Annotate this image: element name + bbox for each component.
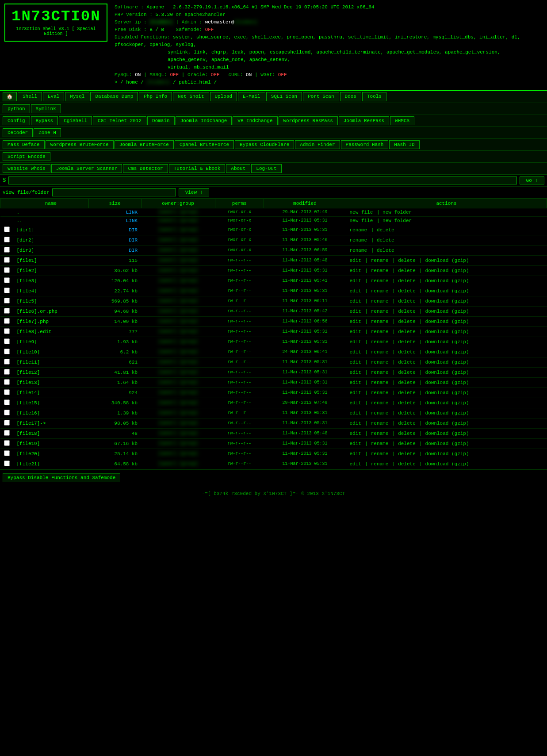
script-encode-btn[interactable]: Script Encode [3,152,50,161]
file-name[interactable]: [dir3] [13,245,89,255]
action-link-edit[interactable]: edit [349,268,361,273]
bypass-btn[interactable]: Bypass [31,116,58,125]
row-checkbox[interactable] [4,338,10,344]
action-link-download-(gzip)[interactable]: download (gzip) [425,390,469,395]
symlink-btn[interactable]: Symlink [31,104,61,113]
action-link-download-(gzip)[interactable]: download (gzip) [425,319,469,324]
logout-btn[interactable]: Log-Out [251,164,281,173]
joomla-respass-btn[interactable]: Joomla ResPass [339,116,389,125]
file-name[interactable]: [file3] [13,276,89,286]
action-link-download-(gzip)[interactable]: download (gzip) [425,268,469,273]
file-name[interactable]: [file6].or.php [13,306,89,316]
file-name[interactable]: . [13,208,89,216]
file-name[interactable]: [file10] [13,347,89,357]
action-link-new-folder[interactable]: new folder [383,218,412,223]
action-link-download-(gzip)[interactable]: download (gzip) [425,411,469,416]
view-button[interactable]: View ! [179,188,210,196]
file-name[interactable]: [file21] [13,459,89,469]
action-link-delete[interactable]: delete [398,461,416,467]
action-link-edit[interactable]: edit [349,380,361,385]
cpanel-brute-btn[interactable]: Cpanel BruteForce [175,140,234,149]
go-button[interactable]: Go ! [520,177,544,184]
action-link-edit[interactable]: edit [349,339,361,345]
bypass-cf-btn[interactable]: Bypass CloudFlare [235,140,294,149]
row-checkbox[interactable] [4,288,10,293]
action-link-delete[interactable]: delete [398,258,416,263]
action-link-edit[interactable]: edit [349,349,361,355]
row-checkbox[interactable] [4,369,10,375]
cmd-input[interactable] [8,177,516,184]
password-hash-btn[interactable]: Password Hash [341,140,389,149]
upload-btn[interactable]: Upload [210,92,237,101]
file-name[interactable]: [file2] [13,265,89,276]
action-link-rename[interactable]: rename [371,268,389,273]
action-link-delete[interactable]: delete [377,248,394,253]
action-link-edit[interactable]: edit [349,258,361,263]
action-link-download-(gzip)[interactable]: download (gzip) [425,370,469,375]
row-checkbox[interactable] [4,318,10,324]
action-link-new-file[interactable]: new file [349,210,373,215]
action-link-edit[interactable]: edit [349,411,361,416]
action-link-edit[interactable]: edit [349,309,361,314]
action-link-rename[interactable]: rename [349,227,367,233]
action-link-edit[interactable]: edit [349,288,361,294]
row-checkbox[interactable] [4,328,10,334]
action-link-rename[interactable]: rename [371,329,389,334]
action-link-delete[interactable]: delete [398,370,416,375]
action-link-edit[interactable]: edit [349,278,361,284]
bypass-safemode-btn[interactable]: Bypass Disable Functions and Safemode [3,473,120,482]
tools-btn[interactable]: Tools [362,92,386,101]
action-link-new-folder[interactable]: new folder [383,210,412,215]
file-name[interactable]: [file19] [13,438,89,449]
file-name[interactable]: [dir1] [13,225,89,235]
action-link-rename[interactable]: rename [371,299,389,304]
row-checkbox[interactable] [4,298,10,303]
row-checkbox[interactable] [4,430,10,436]
row-checkbox[interactable] [4,277,10,283]
action-link-rename[interactable]: rename [371,319,389,324]
action-link-delete[interactable]: delete [398,411,416,416]
action-link-edit[interactable]: edit [349,319,361,324]
view-input[interactable] [52,188,176,196]
action-link-delete[interactable]: delete [398,360,416,365]
action-link-download-(gzip)[interactable]: download (gzip) [425,349,469,355]
tutorial-btn[interactable]: Tutorial & Ebook [169,164,226,173]
action-link-delete[interactable]: delete [398,268,416,273]
net-snoit-btn[interactable]: Net Snoit [173,92,209,101]
sql-scan-btn[interactable]: SQL1 Scan [266,92,302,101]
action-link-new-file[interactable]: new file [349,218,373,223]
action-link-edit[interactable]: edit [349,400,361,406]
wp-brute-btn[interactable]: Wordpress BruteForce [46,140,114,149]
cgi-telnet-btn[interactable]: CGI Telnet 2012 [93,116,146,125]
file-name[interactable]: .. [13,216,89,225]
action-link-rename[interactable]: rename [371,288,389,294]
action-link-download-(gzip)[interactable]: download (gzip) [425,258,469,263]
action-link-download-(gzip)[interactable]: download (gzip) [425,421,469,426]
row-checkbox[interactable] [4,359,10,365]
action-link-rename[interactable]: rename [371,400,389,406]
file-name[interactable]: [file15] [13,398,89,408]
decoder-btn[interactable]: Decoder [3,128,33,137]
cms-detector-btn[interactable]: Cms Detector [123,164,168,173]
wp-respass-btn[interactable]: Wordpress ResPass [279,116,338,125]
action-link-rename[interactable]: rename [371,421,389,426]
home-btn[interactable]: 🏠 [3,92,17,101]
about-btn[interactable]: About [226,164,250,173]
ddos-btn[interactable]: Ddos [340,92,361,101]
action-link-download-(gzip)[interactable]: download (gzip) [425,299,469,304]
row-checkbox[interactable] [4,308,10,314]
action-link-rename[interactable]: rename [371,360,389,365]
admin-finder-btn[interactable]: Admin Finder [295,140,340,149]
file-name[interactable]: [file16] [13,408,89,418]
cgishell-btn[interactable]: CgiShell [59,116,92,125]
action-link-delete[interactable]: delete [398,380,416,385]
action-link-delete[interactable]: delete [377,227,394,233]
action-link-rename[interactable]: rename [371,309,389,314]
row-checkbox[interactable] [4,440,10,446]
action-link-download-(gzip)[interactable]: download (gzip) [425,461,469,467]
config-btn[interactable]: Config [3,116,30,125]
action-link-rename[interactable]: rename [371,461,389,467]
action-link-edit[interactable]: edit [349,299,361,304]
email-btn[interactable]: E-Mail [238,92,265,101]
python-btn[interactable]: python [3,104,30,113]
